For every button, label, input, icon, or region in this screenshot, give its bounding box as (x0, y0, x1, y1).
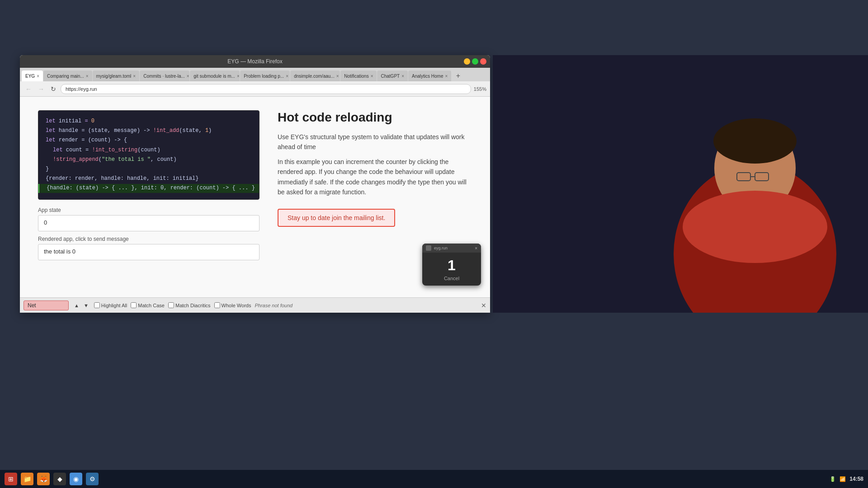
taskbar-time: 14:58 (849, 476, 863, 482)
tab-git[interactable]: git submodule is m... × (190, 70, 240, 81)
app-state-section: App state 0 (38, 207, 259, 231)
tab-analytics-close[interactable]: × (445, 74, 448, 79)
find-option-whole-words[interactable]: Whole Words (214, 302, 251, 308)
window-controls (464, 58, 486, 65)
taskbar-apps-icon[interactable]: ⊞ (5, 473, 17, 485)
page-description-1: Use EYG's structural type system to vali… (278, 132, 472, 152)
tab-commits[interactable]: Commits · lustre-la... × (140, 70, 189, 81)
tab-eyg-close[interactable]: × (37, 74, 39, 79)
find-status: Phrase not found (255, 303, 292, 308)
tab-comparing-close[interactable]: × (86, 74, 89, 79)
reload-button[interactable]: ↻ (49, 84, 58, 94)
code-panel: let initial = 0 let handle = (state, mes… (38, 110, 259, 299)
taskbar-settings-icon[interactable]: ⚙ (86, 473, 99, 485)
tab-eyg-label: EYG (25, 74, 35, 79)
taskbar-browser-icon[interactable]: 🦊 (37, 473, 50, 485)
mailing-list-button[interactable]: Stay up to date join the mailing list. (278, 209, 395, 227)
tab-notifications[interactable]: Notifications × (340, 70, 377, 81)
rendered-app-value[interactable]: the total is 0 (38, 244, 259, 260)
popup-number: 1 (427, 257, 476, 274)
rendered-app-section: Rendered app, click to send message the … (38, 236, 259, 260)
popup-url: eyg.run (434, 246, 472, 250)
taskbar-system-tray: 🔋 📶 14:58 (830, 476, 863, 482)
whole-words-checkbox[interactable] (214, 302, 220, 308)
code-line-2: let handle = (state, message) -> !int_ad… (46, 127, 252, 135)
tab-problem[interactable]: Problem loading p... × (240, 70, 290, 81)
window-title: EYG — Mozilla Firefox (227, 58, 282, 65)
minimize-button[interactable] (464, 58, 470, 65)
tab-problem-close[interactable]: × (286, 74, 288, 79)
tab-dnsimple-close[interactable]: × (336, 74, 339, 79)
tab-dnsimple-label: dnsimple.com/aau... (294, 74, 335, 79)
tab-git-close[interactable]: × (237, 74, 240, 79)
highlight-all-checkbox[interactable] (94, 302, 100, 308)
new-tab-button[interactable]: + (453, 70, 463, 81)
popup-body: 1 Cancel (422, 253, 481, 286)
browser-window: EYG — Mozilla Firefox EYG × Comparing ma… (20, 55, 490, 313)
tab-chatgpt-close[interactable]: × (401, 74, 404, 79)
tab-mysig[interactable]: mysig/gleam.toml × (93, 70, 140, 81)
address-input[interactable] (61, 84, 471, 94)
svg-point-3 (713, 118, 797, 164)
tab-mysig-label: mysig/gleam.toml (96, 74, 132, 79)
taskbar-dark-icon[interactable]: ◆ (53, 473, 66, 485)
tab-notifications-label: Notifications (344, 74, 368, 79)
tab-analytics[interactable]: Analytics Home × (408, 70, 451, 81)
tab-chatgpt[interactable]: ChatGPT × (377, 70, 408, 81)
taskbar: ⊞ 📁 🦊 ◆ ◉ ⚙ 🔋 📶 14:58 (0, 470, 868, 488)
maximize-button[interactable] (472, 58, 478, 65)
tab-problem-label: Problem loading p... (244, 74, 284, 79)
taskbar-files-icon[interactable]: 📁 (21, 473, 33, 485)
tab-bar: EYG × Comparing main... × mysig/gleam.to… (20, 68, 490, 81)
code-block: let initial = 0 let handle = (state, mes… (38, 110, 259, 200)
match-case-label: Match Case (138, 303, 165, 308)
popup-close-button[interactable]: × (475, 246, 477, 251)
tab-comparing-label: Comparing main... (47, 74, 84, 79)
match-diacritics-checkbox[interactable] (168, 302, 174, 308)
title-bar: EYG — Mozilla Firefox (20, 55, 490, 68)
tab-eyg[interactable]: EYG × (22, 70, 43, 81)
close-button[interactable] (480, 58, 486, 65)
highlight-all-label: Highlight All (101, 303, 127, 308)
popup-notification: eyg.run × 1 Cancel (422, 244, 481, 286)
back-button[interactable]: ← (24, 84, 33, 94)
tab-commits-close[interactable]: × (187, 74, 189, 79)
code-line-7: {render: render, handle: handle, init: i… (46, 174, 252, 183)
tab-git-label: git submodule is m... (193, 74, 235, 79)
whole-words-label: Whole Words (222, 303, 251, 308)
find-input[interactable] (24, 300, 69, 310)
match-case-checkbox[interactable] (131, 302, 137, 308)
find-nav-buttons: ▲ ▼ (72, 302, 90, 309)
webcam-panel (493, 55, 868, 313)
popup-header: eyg.run × (422, 244, 481, 253)
code-line-3: let render = (count) -> { (46, 136, 252, 145)
person-silhouette (493, 55, 868, 313)
page-layout: let initial = 0 let handle = (state, mes… (20, 97, 490, 313)
find-next-button[interactable]: ▼ (82, 302, 90, 309)
tab-mysig-close[interactable]: × (133, 74, 136, 79)
forward-button[interactable]: → (36, 84, 46, 94)
tab-comparing[interactable]: Comparing main... × (43, 70, 92, 81)
popup-cancel-button[interactable]: Cancel (427, 276, 476, 281)
rendered-app-label: Rendered app, click to send message (38, 236, 259, 242)
code-line-4: let count = !int_to_string(count) (46, 146, 252, 155)
taskbar-wifi-icon: 📶 (840, 476, 846, 482)
find-option-match-case[interactable]: Match Case (131, 302, 165, 308)
code-line-6: } (46, 165, 252, 174)
page-title: Hot code reloading (278, 110, 472, 125)
tab-notifications-close[interactable]: × (371, 74, 373, 79)
app-state-value: 0 (38, 215, 259, 231)
code-line-1: let initial = 0 (46, 117, 252, 126)
tab-dnsimple[interactable]: dnsimple.com/aau... × (290, 70, 340, 81)
svg-point-7 (683, 191, 827, 263)
browser-content: let initial = 0 let handle = (state, mes… (20, 97, 490, 313)
tab-chatgpt-label: ChatGPT (381, 74, 400, 79)
webcam-background (493, 55, 868, 313)
find-option-match-diacritics[interactable]: Match Diacritics (168, 302, 211, 308)
find-prev-button[interactable]: ▲ (72, 302, 81, 309)
zoom-indicator: 155% (474, 86, 486, 92)
find-close-button[interactable]: ✕ (481, 302, 486, 309)
taskbar-blue-icon[interactable]: ◉ (70, 473, 82, 485)
find-option-highlight-all[interactable]: Highlight All (94, 302, 127, 308)
taskbar-battery-icon: 🔋 (830, 476, 836, 482)
